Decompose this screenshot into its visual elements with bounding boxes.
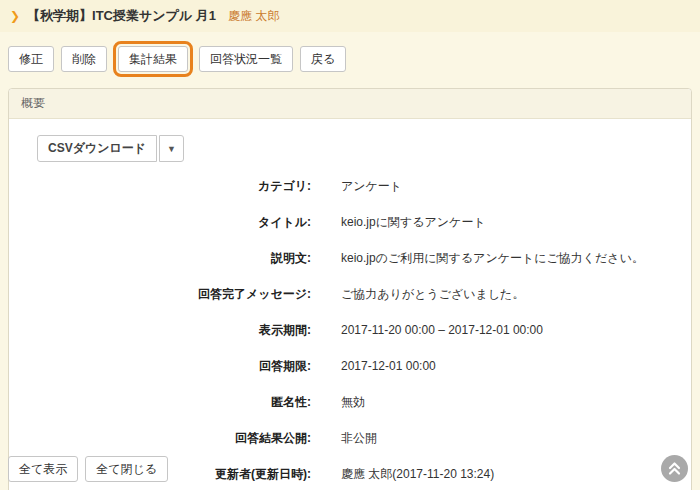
delete-button[interactable]: 削除	[61, 46, 107, 72]
edit-button[interactable]: 修正	[8, 46, 54, 72]
field-row-category: カテゴリ: アンケート	[29, 178, 671, 195]
field-row-anonymity: 匿名性: 無効	[29, 394, 671, 411]
csv-download-button[interactable]: CSVダウンロード	[37, 135, 157, 161]
field-value: keio.jpに関するアンケート	[341, 214, 486, 231]
field-value: 2017-11-20 00:00 – 2017-12-01 00:00	[341, 323, 543, 337]
field-value: 無効	[341, 394, 365, 411]
csv-download-split-button: CSVダウンロード ▼	[37, 135, 184, 161]
field-row-response-deadline: 回答期限: 2017-12-01 00:00	[29, 358, 671, 375]
caret-down-icon: ▼	[167, 144, 176, 154]
field-value: 慶應 太郎(2017-11-20 13:24)	[341, 466, 494, 483]
csv-download-dropdown-button[interactable]: ▼	[159, 135, 184, 161]
field-value: 非公開	[341, 430, 377, 447]
user-name: 慶應 太郎	[228, 8, 279, 25]
panel-body: CSVダウンロード ▼ カテゴリ: アンケート タイトル: keio.jpに関す…	[9, 119, 691, 490]
field-row-result-publication: 回答結果公開: 非公開	[29, 430, 671, 447]
page-title: 【秋学期】ITC授業サンプル 月1	[27, 7, 216, 25]
overview-panel: 概要 CSVダウンロード ▼ カテゴリ: アンケート タイトル: keio.jp…	[8, 88, 692, 490]
field-value: ご協力ありがとうございました。	[341, 286, 524, 303]
back-button[interactable]: 戻る	[300, 46, 346, 72]
footer-toolbar: 全て表示 全て閉じる	[8, 456, 168, 482]
field-value: keio.jpのご利用に関するアンケートにご協力ください。	[341, 250, 644, 267]
field-value: アンケート	[341, 178, 402, 195]
show-all-button[interactable]: 全て表示	[8, 456, 78, 482]
field-row-title: タイトル: keio.jpに関するアンケート	[29, 214, 671, 231]
field-label: 回答完了メッセージ:	[29, 286, 311, 303]
field-label: 回答期限:	[29, 358, 311, 375]
page-header: ❯ 【秋学期】ITC授業サンプル 月1 慶應 太郎	[0, 0, 700, 32]
close-all-button[interactable]: 全て閉じる	[85, 456, 168, 482]
field-list: カテゴリ: アンケート タイトル: keio.jpに関するアンケート 説明文: …	[29, 178, 671, 483]
scroll-to-top-button[interactable]	[661, 455, 688, 482]
toolbar: 修正 削除 集計結果 回答状況一覧 戻る	[0, 32, 700, 82]
field-row-description: 説明文: keio.jpのご利用に関するアンケートにご協力ください。	[29, 250, 671, 267]
field-label: 匿名性:	[29, 394, 311, 411]
field-label: 回答結果公開:	[29, 430, 311, 447]
panel-header-title: 概要	[9, 89, 691, 119]
field-label: タイトル:	[29, 214, 311, 231]
aggregate-results-button[interactable]: 集計結果	[118, 46, 188, 72]
field-value: 2017-12-01 00:00	[341, 359, 436, 373]
field-row-display-period: 表示期間: 2017-11-20 00:00 – 2017-12-01 00:0…	[29, 322, 671, 339]
double-chevron-up-icon	[667, 461, 682, 476]
field-label: カテゴリ:	[29, 178, 311, 195]
response-status-list-button[interactable]: 回答状況一覧	[199, 46, 293, 72]
field-label: 説明文:	[29, 250, 311, 267]
field-row-completion-message: 回答完了メッセージ: ご協力ありがとうございました。	[29, 286, 671, 303]
field-label: 表示期間:	[29, 322, 311, 339]
breadcrumb-chevron-icon: ❯	[10, 10, 20, 22]
